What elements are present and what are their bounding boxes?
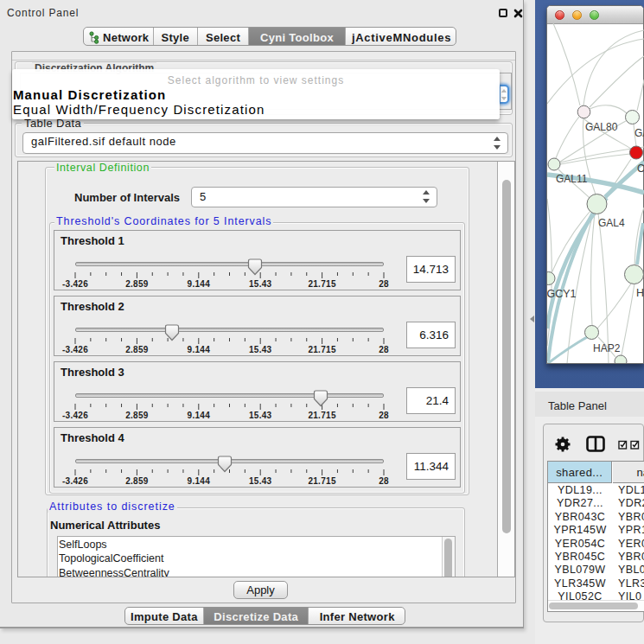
svg-text:HAP2: HAP2 bbox=[593, 342, 621, 354]
svg-text:GAL11: GAL11 bbox=[556, 173, 588, 185]
svg-text:GA: GA bbox=[634, 127, 644, 139]
svg-text:GCY1: GCY1 bbox=[547, 288, 577, 300]
svg-text:HI: HI bbox=[636, 287, 644, 299]
svg-text:CY: CY bbox=[637, 163, 644, 175]
svg-text:GAL80: GAL80 bbox=[585, 121, 618, 133]
svg-text:GAL4: GAL4 bbox=[598, 217, 625, 229]
